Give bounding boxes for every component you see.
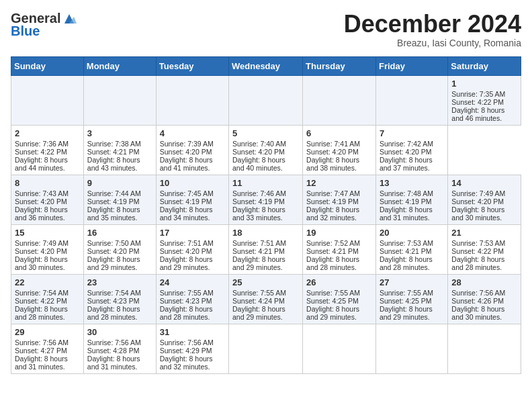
- header-monday: Monday: [83, 56, 156, 75]
- sunset: Sunset: 4:20 PM: [87, 247, 140, 255]
- sunset: Sunset: 4:20 PM: [15, 247, 67, 255]
- day-number: 1: [451, 79, 517, 89]
- day-number: 31: [160, 327, 225, 337]
- daylight: Daylight: 8 hours and 28 minutes.: [380, 255, 433, 271]
- sunset: Sunset: 4:20 PM: [306, 148, 359, 156]
- week-row-4: 15 Sunrise: 7:49 AM Sunset: 4:20 PM Dayl…: [11, 224, 521, 274]
- week-row-6: 29 Sunrise: 7:56 AM Sunset: 4:27 PM Dayl…: [11, 324, 521, 373]
- daylight: Daylight: 8 hours and 38 minutes.: [306, 156, 359, 172]
- day-number: 11: [232, 178, 299, 188]
- calendar-cell: 11 Sunrise: 7:46 AM Sunset: 4:19 PM Dayl…: [229, 175, 303, 224]
- sunrise: Sunrise: 7:55 AM: [160, 289, 214, 297]
- calendar-cell: 20 Sunrise: 7:53 AM Sunset: 4:21 PM Dayl…: [375, 224, 447, 274]
- calendar-cell: 12 Sunrise: 7:47 AM Sunset: 4:19 PM Dayl…: [303, 175, 376, 224]
- calendar-cell: [375, 75, 447, 125]
- sunset: Sunset: 4:21 PM: [380, 247, 432, 255]
- sunset: Sunset: 4:28 PM: [87, 347, 140, 355]
- day-number: 12: [306, 178, 372, 188]
- daylight: Daylight: 8 hours and 35 minutes.: [87, 205, 140, 222]
- sunrise: Sunrise: 7:46 AM: [232, 189, 286, 197]
- calendar-cell: 26 Sunrise: 7:55 AM Sunset: 4:25 PM Dayl…: [303, 274, 376, 324]
- calendar-cell: [448, 324, 521, 373]
- daylight: Daylight: 8 hours and 29 minutes.: [87, 255, 140, 271]
- header-friday: Friday: [375, 56, 447, 75]
- calendar-cell: 7 Sunrise: 7:42 AM Sunset: 4:20 PM Dayli…: [375, 125, 447, 175]
- sunset: Sunset: 4:23 PM: [87, 297, 140, 305]
- day-number: 19: [306, 228, 372, 238]
- sunset: Sunset: 4:20 PM: [15, 197, 67, 205]
- daylight: Daylight: 8 hours and 34 minutes.: [160, 205, 213, 222]
- sunrise: Sunrise: 7:36 AM: [15, 140, 69, 148]
- calendar-cell: 19 Sunrise: 7:52 AM Sunset: 4:21 PM Dayl…: [303, 224, 376, 274]
- day-number: 3: [87, 128, 152, 138]
- calendar-cell: 18 Sunrise: 7:51 AM Sunset: 4:21 PM Dayl…: [229, 224, 303, 274]
- calendar-cell: 21 Sunrise: 7:53 AM Sunset: 4:22 PM Dayl…: [448, 224, 521, 274]
- sunset: Sunset: 4:19 PM: [380, 197, 432, 205]
- calendar-cell: 17 Sunrise: 7:51 AM Sunset: 4:20 PM Dayl…: [156, 224, 228, 274]
- calendar-cell: 27 Sunrise: 7:55 AM Sunset: 4:25 PM Dayl…: [375, 274, 447, 324]
- daylight: Daylight: 8 hours and 32 minutes.: [160, 355, 213, 371]
- sunrise: Sunrise: 7:54 AM: [87, 289, 141, 297]
- sunset: Sunset: 4:19 PM: [87, 197, 140, 205]
- day-number: 6: [306, 128, 372, 138]
- sunrise: Sunrise: 7:51 AM: [160, 239, 214, 247]
- sunrise: Sunrise: 7:54 AM: [15, 289, 69, 297]
- sunset: Sunset: 4:20 PM: [232, 148, 285, 156]
- sunrise: Sunrise: 7:35 AM: [451, 90, 505, 98]
- day-number: 29: [15, 327, 80, 337]
- calendar-cell: 30 Sunrise: 7:56 AM Sunset: 4:28 PM Dayl…: [83, 324, 156, 373]
- day-number: 28: [451, 277, 517, 287]
- daylight: Daylight: 8 hours and 30 minutes.: [451, 305, 504, 321]
- calendar-cell: [303, 324, 376, 373]
- day-number: 16: [87, 228, 152, 238]
- sunset: Sunset: 4:20 PM: [160, 247, 212, 255]
- sunrise: Sunrise: 7:56 AM: [160, 338, 214, 347]
- daylight: Daylight: 8 hours and 29 minutes.: [380, 305, 433, 321]
- calendar-cell: 2 Sunrise: 7:36 AM Sunset: 4:22 PM Dayli…: [11, 125, 84, 175]
- daylight: Daylight: 8 hours and 28 minutes.: [306, 255, 359, 271]
- sunrise: Sunrise: 7:42 AM: [380, 140, 433, 148]
- sunset: Sunset: 4:22 PM: [451, 247, 504, 255]
- calendar-cell: 9 Sunrise: 7:44 AM Sunset: 4:19 PM Dayli…: [83, 175, 156, 224]
- day-number: 14: [451, 178, 517, 188]
- day-number: 4: [160, 128, 225, 138]
- sunset: Sunset: 4:19 PM: [232, 197, 285, 205]
- calendar-cell: 15 Sunrise: 7:49 AM Sunset: 4:20 PM Dayl…: [11, 224, 84, 274]
- sunset: Sunset: 4:23 PM: [160, 297, 212, 305]
- day-number: 27: [380, 277, 444, 287]
- sunrise: Sunrise: 7:56 AM: [451, 289, 505, 297]
- calendar-cell: 28 Sunrise: 7:56 AM Sunset: 4:26 PM Dayl…: [448, 274, 521, 324]
- sunrise: Sunrise: 7:52 AM: [306, 239, 360, 247]
- week-row-1: 1 Sunrise: 7:35 AM Sunset: 4:22 PM Dayli…: [11, 75, 521, 125]
- sunrise: Sunrise: 7:56 AM: [87, 338, 141, 347]
- sunset: Sunset: 4:25 PM: [306, 297, 359, 305]
- sunrise: Sunrise: 7:53 AM: [380, 239, 433, 247]
- header-tuesday: Tuesday: [156, 56, 228, 75]
- sunrise: Sunrise: 7:43 AM: [15, 189, 69, 197]
- sunrise: Sunrise: 7:45 AM: [160, 189, 214, 197]
- sunrise: Sunrise: 7:53 AM: [451, 239, 505, 247]
- calendar-cell: 8 Sunrise: 7:43 AM Sunset: 4:20 PM Dayli…: [11, 175, 84, 224]
- calendar-cell: 3 Sunrise: 7:38 AM Sunset: 4:21 PM Dayli…: [83, 125, 156, 175]
- week-row-3: 8 Sunrise: 7:43 AM Sunset: 4:20 PM Dayli…: [11, 175, 521, 224]
- day-number: 25: [232, 277, 299, 287]
- calendar-cell: 5 Sunrise: 7:40 AM Sunset: 4:20 PM Dayli…: [229, 125, 303, 175]
- day-number: 10: [160, 178, 225, 188]
- month-title: December 2024: [344, 11, 521, 38]
- calendar-cell: 13 Sunrise: 7:48 AM Sunset: 4:19 PM Dayl…: [375, 175, 447, 224]
- calendar-cell: 10 Sunrise: 7:45 AM Sunset: 4:19 PM Dayl…: [156, 175, 228, 224]
- sunset: Sunset: 4:20 PM: [380, 148, 432, 156]
- sunset: Sunset: 4:20 PM: [160, 148, 212, 156]
- logo-blue: Blue: [11, 24, 40, 39]
- header: General Blue December 2024 Breazu, Iasi …: [11, 11, 521, 48]
- header-saturday: Saturday: [448, 56, 521, 75]
- calendar-cell: 6 Sunrise: 7:41 AM Sunset: 4:20 PM Dayli…: [303, 125, 376, 175]
- header-sunday: Sunday: [11, 56, 84, 75]
- daylight: Daylight: 8 hours and 36 minutes.: [15, 205, 68, 222]
- calendar-cell: 16 Sunrise: 7:50 AM Sunset: 4:20 PM Dayl…: [83, 224, 156, 274]
- calendar-cell: [375, 324, 447, 373]
- daylight: Daylight: 8 hours and 46 minutes.: [451, 106, 504, 122]
- sunrise: Sunrise: 7:48 AM: [380, 189, 433, 197]
- sunrise: Sunrise: 7:55 AM: [380, 289, 433, 297]
- calendar-cell: [156, 75, 228, 125]
